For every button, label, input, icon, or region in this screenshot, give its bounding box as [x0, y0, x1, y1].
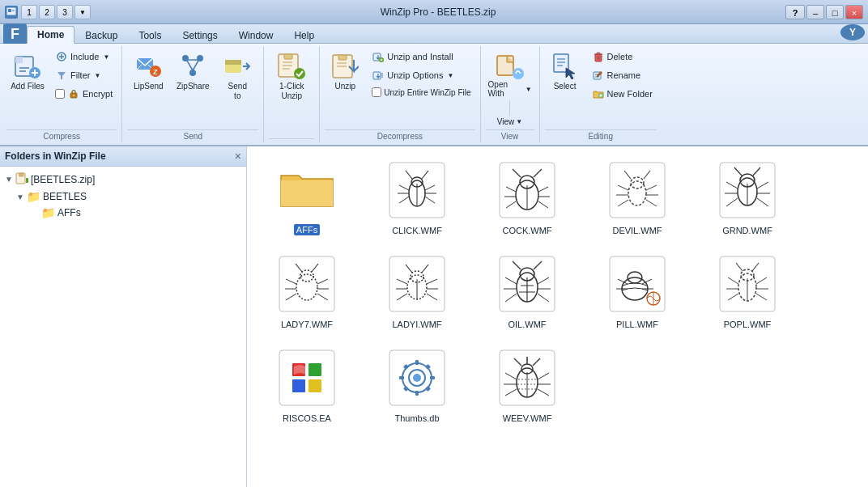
filter-button[interactable]: Filter ▼ [51, 66, 117, 84]
svg-point-15 [73, 95, 74, 96]
svg-rect-44 [373, 72, 381, 79]
user-avatar[interactable]: Y [840, 24, 865, 40]
tab-file[interactable]: F [3, 23, 27, 44]
select-button[interactable]: Select [545, 48, 585, 103]
include-dropdown-arrow: ▼ [103, 53, 109, 61]
svg-rect-178 [279, 350, 334, 405]
select-label: Select [554, 82, 577, 91]
tab-help[interactable]: Help [283, 27, 325, 44]
decompress-group-label: Decompress [325, 129, 474, 141]
file-item-ladyi[interactable]: LADYI.WMF [365, 248, 469, 336]
file-item-click[interactable]: CLICK.WMF [365, 155, 469, 242]
file-item-grnd[interactable]: GRND.WMF [696, 155, 799, 242]
file-item-riscos[interactable]: RISCOS.EA [255, 342, 359, 430]
add-files-label: Add Files [11, 82, 45, 91]
delete-button[interactable]: Delete [588, 48, 657, 66]
open-with-icon [496, 51, 525, 80]
one-click-unzip-button[interactable]: 1-ClickUnzip [269, 48, 314, 103]
help-icon[interactable]: ? [785, 5, 805, 19]
rename-button[interactable]: Rename [588, 66, 657, 84]
svg-rect-182 [308, 379, 321, 392]
tab-settings[interactable]: Settings [172, 27, 228, 44]
tab-tools[interactable]: Tools [128, 27, 172, 44]
svg-rect-189 [430, 376, 435, 379]
main-content: Folders in WinZip File × ▼ [BEETLES.zip] [0, 146, 868, 487]
unzip-entire-check-input[interactable] [372, 87, 381, 97]
bug-icon-weev [495, 345, 560, 410]
file-item-popl[interactable]: POPL.WMF [696, 248, 799, 336]
tree-item-beetles[interactable]: ▼ 📁 BEETLES [0, 188, 246, 205]
bug-icon-pill [605, 252, 670, 316]
quick-access-1[interactable]: 1 [21, 5, 37, 19]
bug-icon-ladyi [385, 252, 449, 316]
tab-backup[interactable]: Backup [74, 27, 128, 44]
file-item-pill[interactable]: PILL.WMF [585, 248, 689, 336]
file-item-cock[interactable]: COCK.WMF [475, 155, 579, 242]
unzip-icon [330, 51, 360, 80]
compress-group-label: Compress [6, 129, 117, 141]
encrypt-check-input[interactable] [55, 89, 65, 99]
open-with-button[interactable]: Open With ▼ View ▼ [486, 48, 534, 128]
file-item-lady7[interactable]: LADY7.WMF [255, 248, 359, 336]
sidebar-title: Folders in WinZip File [5, 150, 106, 162]
tree-item-affs[interactable]: 📁 AFFs [0, 205, 246, 221]
select-icon [551, 51, 580, 80]
svg-rect-181 [292, 379, 305, 392]
file-label-thumbs: Thumbs.db [394, 413, 439, 423]
svg-point-22 [197, 55, 203, 61]
maximize-button[interactable]: □ [826, 5, 844, 19]
svg-line-26 [193, 61, 198, 70]
unzip-button[interactable]: Unzip [325, 48, 365, 103]
svg-rect-187 [415, 391, 419, 396]
tab-window[interactable]: Window [228, 27, 284, 44]
tab-home[interactable]: Home [27, 26, 74, 44]
thumbs-icon [385, 345, 449, 410]
bug-icon-oil [495, 252, 560, 316]
new-folder-button[interactable]: New Folder [588, 85, 657, 103]
tree-label-beetles: BEETLES [43, 191, 87, 202]
file-item-devil[interactable]: DEVIL.WMF [585, 155, 689, 242]
sidebar-header: Folders in WinZip File × [0, 146, 246, 167]
close-button[interactable]: × [845, 5, 863, 19]
file-item-thumbs[interactable]: Thumbs.db [365, 342, 469, 430]
svg-rect-188 [399, 376, 404, 379]
file-item-affs[interactable]: AFFs [255, 155, 359, 242]
unzip-entire-checkbox[interactable]: Unzip Entire WinZip File [368, 85, 474, 100]
view-group-content: Open With ▼ View ▼ [486, 48, 534, 128]
quick-access-2[interactable]: 2 [39, 5, 55, 19]
file-area: AFFs [247, 146, 868, 487]
minimize-button[interactable]: – [806, 5, 824, 19]
bug-icon-grnd [715, 158, 780, 222]
zipshare-button[interactable]: ZipShare [172, 48, 214, 103]
open-with-arrow: ▼ [525, 86, 532, 93]
decompress-group-content: Unzip Unzip and Install [325, 48, 474, 128]
one-click-group-label [269, 138, 314, 141]
file-label-lady7: LADY7.WMF [281, 320, 333, 329]
add-files-button[interactable]: Add Files [6, 48, 49, 103]
compress-group-content: Add Files Include ▼ [6, 48, 117, 128]
bug-icon-click [385, 158, 449, 222]
file-item-oil[interactable]: OIL.WMF [475, 248, 579, 336]
send-to-icon [223, 51, 252, 80]
unzip-options-stack: Unzip and Install Unzip Options ▼ [368, 48, 474, 100]
unzip-and-install-button[interactable]: Unzip and Install [368, 48, 474, 66]
bug-icon-cock [495, 158, 560, 222]
tree-item-beetles-zip[interactable]: ▼ [BEETLES.zip] [0, 170, 246, 188]
quick-access-dropdown[interactable]: ▼ [74, 5, 91, 19]
svg-point-23 [189, 70, 196, 76]
file-item-weev[interactable]: WEEV.WMF [475, 342, 579, 430]
send-to-label: Sendto [228, 82, 247, 101]
send-to-button[interactable]: Sendto [216, 48, 258, 103]
folder-icon-affs-file [274, 156, 339, 221]
svg-rect-97 [610, 163, 665, 218]
unzip-options-button[interactable]: Unzip Options ▼ [368, 66, 474, 84]
quick-access-3[interactable]: 3 [57, 5, 73, 19]
include-button[interactable]: Include ▼ [51, 48, 117, 66]
unzip-label: Unzip [335, 82, 356, 91]
svg-point-51 [513, 68, 524, 79]
editing-group: Select Delete [542, 46, 662, 142]
send-group-label: Send [127, 129, 258, 141]
sidebar-close-button[interactable]: × [235, 150, 241, 163]
lipsend-button[interactable]: Z LipSend [127, 48, 169, 103]
encrypt-checkbox[interactable]: Encrypt [51, 85, 117, 103]
